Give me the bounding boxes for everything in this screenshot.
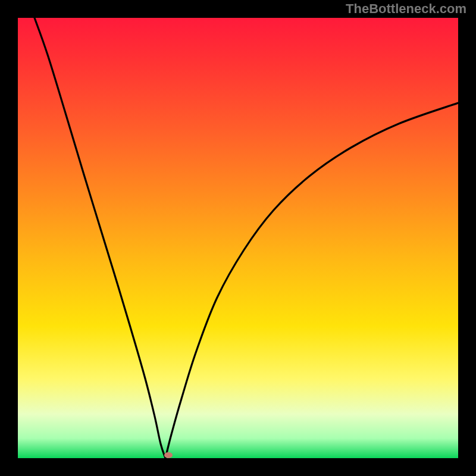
curve-left-branch bbox=[35, 18, 165, 458]
watermark-text: TheBottleneck.com bbox=[346, 1, 466, 17]
chart-frame: TheBottleneck.com bbox=[0, 0, 476, 476]
curve-right-branch bbox=[165, 103, 458, 458]
plot-area bbox=[18, 18, 458, 458]
minimum-dot-icon bbox=[164, 452, 173, 458]
curve-layer bbox=[18, 18, 458, 458]
